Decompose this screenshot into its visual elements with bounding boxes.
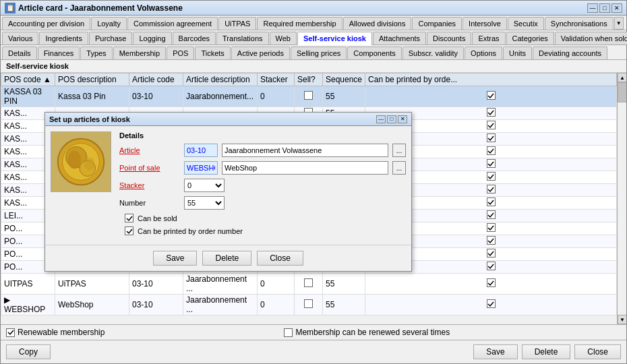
scroll-up-btn[interactable]: ▲ (618, 73, 626, 82)
article-desc-input[interactable] (222, 144, 388, 157)
col-printable[interactable]: Can be printed by orde... (365, 73, 617, 86)
tab-companies[interactable]: Companies (412, 17, 462, 30)
scroll-down-btn[interactable]: ▼ (618, 315, 626, 324)
number-select[interactable]: 55 1 (184, 196, 225, 210)
save-button[interactable]: Save (473, 344, 517, 359)
pos-code-input[interactable] (184, 161, 218, 175)
modal-close-button[interactable]: Close (257, 251, 303, 266)
tab-uitpas[interactable]: UiTPAS (218, 17, 256, 30)
close-button[interactable]: Close (574, 344, 621, 359)
renewable-membership-check[interactable]: Renewable membership (6, 328, 104, 337)
printable-checkbox[interactable] (487, 172, 496, 181)
col-pos-desc[interactable]: POS description (55, 73, 129, 86)
printable-checkbox[interactable] (487, 159, 496, 168)
col-sell[interactable]: Sell? (295, 73, 323, 86)
article-label[interactable]: Article (119, 146, 180, 154)
printable-checkbox[interactable] (487, 108, 496, 117)
modal-save-button[interactable]: Save (153, 251, 197, 266)
tab-details[interactable]: Details (2, 47, 37, 59)
article-browse-button[interactable]: ... (392, 144, 406, 157)
tab-scroll-right[interactable]: ▼ (614, 17, 624, 30)
printable-checkbox[interactable] (487, 299, 496, 308)
tab-extras[interactable]: Extras (472, 32, 505, 44)
tab-validation-when-sold[interactable]: Validation when sold (555, 32, 627, 44)
can-be-sold-checkbox[interactable] (125, 214, 133, 222)
pos-label[interactable]: Point of sale (119, 164, 180, 172)
vertical-scrollbar[interactable]: ▲ ▼ (617, 73, 626, 324)
tab-logging[interactable]: Logging (133, 32, 171, 44)
minimize-button[interactable]: — (587, 3, 598, 13)
tab-active-periods[interactable]: Active periods (231, 47, 290, 59)
tab-attachments[interactable]: Attachments (373, 32, 426, 44)
modal-minimize[interactable]: — (376, 115, 386, 123)
pos-browse-button[interactable]: ... (392, 161, 406, 175)
tab-loyalty[interactable]: Loyalty (91, 17, 127, 30)
copy-button[interactable]: Copy (6, 344, 51, 359)
tab-types[interactable]: Types (80, 47, 112, 59)
close-window-button[interactable]: ✕ (611, 3, 622, 13)
sell-checkbox[interactable] (304, 278, 313, 287)
renewable-multiple-checkbox[interactable] (284, 328, 293, 337)
modal-maximize[interactable]: □ (387, 115, 396, 123)
printable-checkbox[interactable] (487, 278, 496, 287)
modal-close[interactable]: ✕ (398, 115, 407, 123)
tab-discounts[interactable]: Discounts (427, 32, 471, 44)
maximize-button[interactable]: □ (599, 3, 610, 13)
tab-required-membership[interactable]: Required membership (257, 17, 342, 30)
printable-checkbox[interactable] (487, 210, 496, 219)
scroll-track[interactable] (618, 82, 626, 315)
tab-ingredients[interactable]: Ingredients (39, 32, 88, 44)
tab-secutix[interactable]: Secutix (508, 17, 544, 30)
scroll-thumb[interactable] (618, 82, 626, 102)
sell-checkbox[interactable] (304, 91, 313, 100)
tab-selling-prices[interactable]: Selling prices (291, 47, 347, 59)
printable-checkbox[interactable] (487, 262, 496, 270)
tab-categories[interactable]: Categories (506, 32, 554, 44)
tab-tickets[interactable]: Tickets (195, 47, 230, 59)
printable-checkbox[interactable] (487, 91, 496, 100)
tab-barcodes[interactable]: Barcodes (173, 32, 216, 44)
tab-translations[interactable]: Translations (216, 32, 269, 44)
renewable-checkbox[interactable] (6, 328, 15, 337)
col-pos-code[interactable]: POS code ▲ (1, 73, 55, 86)
tab-synchronisations[interactable]: Synchronisations (545, 17, 614, 30)
table-row[interactable]: ▶ WEBSHOP WebShop 03-10 Jaarabonnement .… (1, 295, 617, 315)
tab-allowed-divisions[interactable]: Allowed divisions (343, 17, 412, 30)
pos-desc-input[interactable] (222, 161, 388, 175)
tab-intersolve[interactable]: Intersolve (462, 17, 507, 30)
tab-commission-agreement[interactable]: Commission agreement (127, 17, 218, 30)
tab-pos[interactable]: POS (167, 47, 194, 59)
stacker-label[interactable]: Stacker (119, 181, 180, 189)
modal-delete-button[interactable]: Delete (202, 251, 251, 266)
tab-components[interactable]: Components (347, 47, 401, 59)
printable-checkbox[interactable] (487, 133, 496, 142)
printable-checkbox[interactable] (487, 121, 496, 129)
table-row[interactable]: UITPAS UiTPAS 03-10 Jaarabonnement ... 0… (1, 274, 617, 295)
printable-checkbox[interactable] (487, 185, 496, 193)
col-stacker[interactable]: Stacker (258, 73, 295, 86)
tab-units[interactable]: Units (503, 47, 532, 59)
can-be-printed-checkbox[interactable] (125, 226, 133, 235)
col-sequence[interactable]: Sequence (323, 73, 365, 86)
tab-options[interactable]: Options (465, 47, 502, 59)
delete-button[interactable]: Delete (522, 344, 571, 359)
renewable-multiple-check[interactable]: Membership can be renewed several times (284, 328, 450, 337)
printable-checkbox[interactable] (487, 146, 496, 155)
tab-purchase[interactable]: Purchase (89, 32, 132, 44)
tab-self-service-kiosk[interactable]: Self-service kiosk (297, 32, 372, 45)
table-row[interactable]: KASSA 03 PIN Kassa 03 Pin 03-10 Jaarabon… (1, 86, 617, 107)
printable-checkbox[interactable] (487, 198, 496, 206)
printable-checkbox[interactable] (487, 236, 496, 245)
tab-various[interactable]: Various (2, 32, 38, 44)
col-art-desc[interactable]: Article description (183, 73, 258, 86)
article-code-input[interactable] (184, 144, 218, 157)
tab-deviating-accounts[interactable]: Deviating accounts (533, 47, 607, 59)
col-art-code[interactable]: Article code (129, 73, 183, 86)
tab-web[interactable]: Web (270, 32, 297, 44)
printable-checkbox[interactable] (487, 249, 496, 257)
stacker-select[interactable]: 0 1 2 (184, 179, 225, 192)
printable-checkbox[interactable] (487, 223, 496, 232)
tab-finances[interactable]: Finances (38, 47, 80, 59)
tab-subscr-validity[interactable]: Subscr. validity (402, 47, 464, 59)
tab-membership[interactable]: Membership (113, 47, 167, 59)
